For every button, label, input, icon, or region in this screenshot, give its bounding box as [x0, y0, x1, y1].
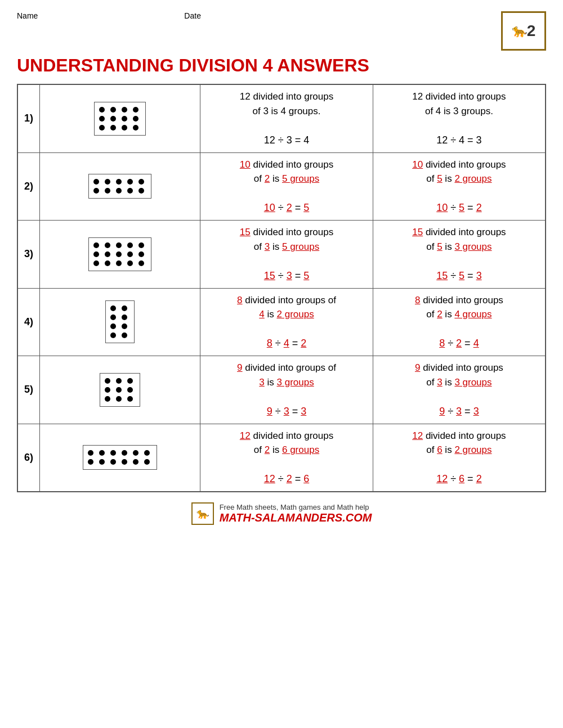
- dot-cell-2: [40, 152, 200, 221]
- date-label: Date: [184, 11, 201, 20]
- text-cell-right: 12 divided into groupsof 4 is 3 groups.1…: [373, 84, 546, 152]
- row-number-5: 5): [17, 356, 40, 424]
- logo-number: 2: [527, 22, 536, 40]
- table-row: 1)12 divided into groupsof 3 is 4 groups…: [17, 84, 546, 152]
- name-date: Name Date: [17, 11, 201, 20]
- dot-cell-6: [40, 424, 200, 492]
- text-cell-right: 12 divided into groupsof 6 is 2 groups12…: [373, 424, 546, 492]
- row-number-4: 4): [17, 288, 40, 356]
- main-table: 1)12 divided into groupsof 3 is 4 groups…: [17, 84, 546, 492]
- dot-cell-5: [40, 356, 200, 424]
- footer-logo: 🐆: [191, 502, 214, 525]
- text-cell-left: 15 divided into groupsof 3 is 5 groups15…: [200, 221, 373, 289]
- logo-animal-icon: 🐆: [512, 24, 527, 38]
- cell-text: 12 divided into groupsof 4 is 3 groups.1…: [412, 91, 506, 146]
- dot-cell-1: [40, 84, 200, 152]
- text-cell-left: 8 divided into groups of4 is 2 groups8 ÷…: [200, 288, 373, 356]
- logo-box: 🐆 2: [501, 11, 546, 51]
- row-number-6: 6): [17, 424, 40, 492]
- table-row: 6)12 divided into groupsof 2 is 6 groups…: [17, 424, 546, 492]
- text-cell-left: 9 divided into groups of3 is 3 groups9 ÷…: [200, 356, 373, 424]
- name-label: Name: [17, 11, 38, 20]
- row-number-2: 2): [17, 152, 40, 221]
- text-cell-left: 12 divided into groupsof 3 is 4 groups.1…: [200, 84, 373, 152]
- table-row: 4)8 divided into groups of4 is 2 groups8…: [17, 288, 546, 356]
- page-title: UNDERSTANDING DIVISION 4 ANSWERS: [17, 55, 546, 76]
- text-cell-right: 10 divided into groupsof 5 is 2 groups10…: [373, 152, 546, 221]
- top-bar: Name Date 🐆 2: [17, 11, 546, 51]
- text-cell-right: 9 divided into groupsof 3 is 3 groups9 ÷…: [373, 356, 546, 424]
- cell-text: 12 divided into groupsof 3 is 4 groups.1…: [240, 91, 333, 146]
- footer-brand: MATH-SALAMANDERS.COM: [220, 511, 372, 524]
- text-cell-left: 12 divided into groupsof 2 is 6 groups12…: [200, 424, 373, 492]
- text-cell-right: 15 divided into groupsof 5 is 3 groups15…: [373, 221, 546, 289]
- dot-cell-4: [40, 288, 200, 356]
- table-row: 2)10 divided into groupsof 2 is 5 groups…: [17, 152, 546, 221]
- table-row: 3)15 divided into groupsof 3 is 5 groups…: [17, 221, 546, 289]
- row-number-1: 1): [17, 84, 40, 152]
- table-row: 5)9 divided into groups of3 is 3 groups9…: [17, 356, 546, 424]
- text-cell-right: 8 divided into groupsof 2 is 4 groups8 ÷…: [373, 288, 546, 356]
- footer: 🐆 Free Math sheets, Math games and Math …: [17, 502, 546, 525]
- row-number-3: 3): [17, 221, 40, 289]
- text-cell-left: 10 divided into groupsof 2 is 5 groups10…: [200, 152, 373, 221]
- dot-cell-3: [40, 221, 200, 289]
- footer-tagline: Free Math sheets, Math games and Math he…: [220, 503, 372, 511]
- footer-content: Free Math sheets, Math games and Math he…: [220, 503, 372, 524]
